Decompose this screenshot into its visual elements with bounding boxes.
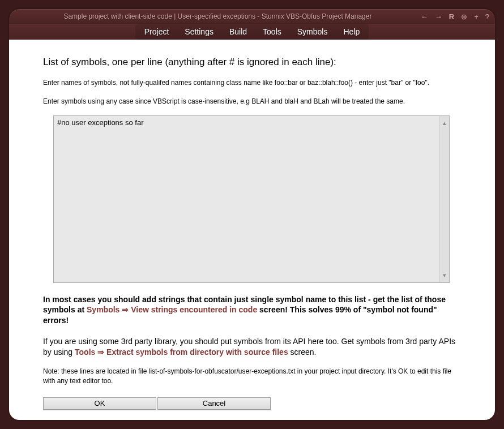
menu-settings[interactable]: Settings xyxy=(177,25,221,38)
menu-project[interactable]: Project xyxy=(136,25,177,38)
cancel-button[interactable]: Cancel xyxy=(157,397,271,410)
reload-icon[interactable]: R xyxy=(449,12,454,21)
menu-symbols[interactable]: Symbols xyxy=(289,25,336,38)
scrollbar[interactable]: ▴ ▾ xyxy=(439,116,449,282)
page-title: List of symbols, one per line (anything … xyxy=(43,57,461,68)
file-note: Note: these lines are located in file li… xyxy=(43,367,461,386)
advice-1: In most cases you should add strings tha… xyxy=(43,294,461,327)
forward-icon[interactable]: → xyxy=(435,12,442,21)
menubar: Project Settings Build Tools Symbols Hel… xyxy=(9,24,495,40)
help-icon[interactable]: ? xyxy=(485,12,489,21)
titlebar-icons: ← → R ⊕ + ? xyxy=(421,12,489,21)
symbols-textarea-wrap: ▴ ▾ xyxy=(53,115,450,283)
dialog-buttons: OK Cancel xyxy=(43,397,461,410)
advice-2: If you are using some 3rd party library,… xyxy=(43,336,461,358)
zoom-icon[interactable]: ⊕ xyxy=(461,12,467,21)
window-title: Sample project with client-side code | U… xyxy=(15,12,421,20)
main-content: List of symbols, one per line (anything … xyxy=(9,40,495,420)
symbols-textarea[interactable] xyxy=(54,116,439,282)
instruction-2: Enter symbols using any case since VBScr… xyxy=(43,97,461,106)
symbols-view-strings-link[interactable]: Symbols ⇒ View strings encountered in co… xyxy=(87,305,257,314)
menu-help[interactable]: Help xyxy=(335,25,368,38)
plus-icon[interactable]: + xyxy=(474,12,479,21)
scroll-down-icon[interactable]: ▾ xyxy=(443,272,446,279)
menu-build[interactable]: Build xyxy=(221,25,255,38)
back-icon[interactable]: ← xyxy=(421,12,428,21)
tools-extract-symbols-link[interactable]: Tools ⇒ Extract symbols from directory w… xyxy=(75,348,288,357)
instruction-1: Enter names of symbols, not fully-qualif… xyxy=(43,78,461,88)
scroll-up-icon[interactable]: ▴ xyxy=(443,119,446,127)
ok-button[interactable]: OK xyxy=(43,397,156,410)
titlebar: Sample project with client-side code | U… xyxy=(9,9,495,24)
advice-2-post: screen. xyxy=(288,348,317,357)
menu-tools[interactable]: Tools xyxy=(255,25,289,38)
